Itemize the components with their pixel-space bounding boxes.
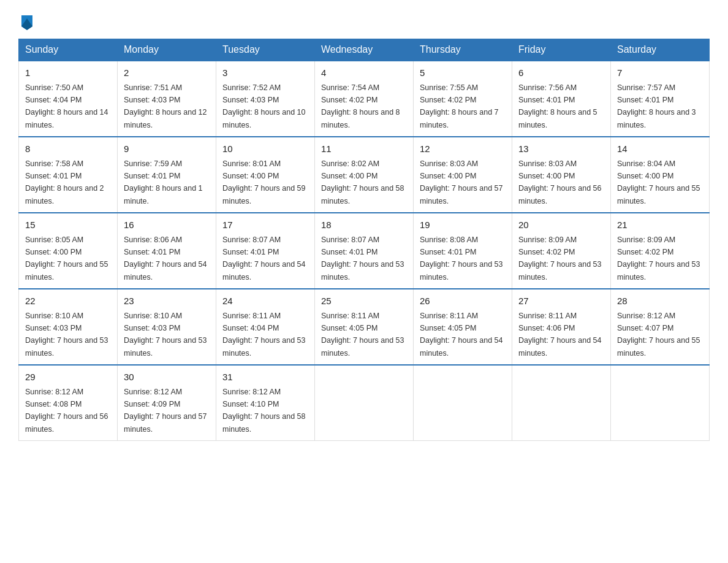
calendar-day-cell: 4Sunrise: 7:54 AMSunset: 4:02 PMDaylight… xyxy=(315,61,414,137)
day-info: Sunrise: 8:12 AMSunset: 4:09 PMDaylight:… xyxy=(124,388,207,434)
day-number: 22 xyxy=(25,294,111,308)
calendar-day-header: Thursday xyxy=(414,39,512,61)
day-number: 26 xyxy=(420,294,506,308)
page-header xyxy=(18,12,710,33)
day-number: 27 xyxy=(518,294,604,308)
day-number: 30 xyxy=(124,370,210,385)
calendar-day-cell: 15Sunrise: 8:05 AMSunset: 4:00 PMDayligh… xyxy=(19,213,118,289)
calendar-week-row: 15Sunrise: 8:05 AMSunset: 4:00 PMDayligh… xyxy=(19,213,710,289)
calendar-day-cell: 1Sunrise: 7:50 AMSunset: 4:04 PMDaylight… xyxy=(19,61,118,137)
day-info: Sunrise: 8:06 AMSunset: 4:01 PMDaylight:… xyxy=(124,236,207,282)
calendar-week-row: 22Sunrise: 8:10 AMSunset: 4:03 PMDayligh… xyxy=(19,289,710,365)
day-number: 23 xyxy=(124,294,210,308)
day-info: Sunrise: 8:02 AMSunset: 4:00 PMDaylight:… xyxy=(321,159,404,205)
day-number: 20 xyxy=(518,218,604,232)
day-info: Sunrise: 7:56 AMSunset: 4:01 PMDaylight:… xyxy=(518,83,597,129)
day-info: Sunrise: 7:58 AMSunset: 4:01 PMDaylight:… xyxy=(25,159,104,205)
day-info: Sunrise: 8:01 AMSunset: 4:00 PMDaylight:… xyxy=(222,159,306,205)
day-info: Sunrise: 7:55 AMSunset: 4:02 PMDaylight:… xyxy=(420,83,499,129)
calendar-day-cell: 29Sunrise: 8:12 AMSunset: 4:08 PMDayligh… xyxy=(19,365,118,441)
logo xyxy=(18,12,34,33)
calendar-day-cell: 18Sunrise: 8:07 AMSunset: 4:01 PMDayligh… xyxy=(315,213,414,289)
day-number: 6 xyxy=(518,66,604,80)
calendar-day-cell xyxy=(414,365,512,441)
day-info: Sunrise: 8:11 AMSunset: 4:06 PMDaylight:… xyxy=(518,312,602,358)
calendar-day-cell: 20Sunrise: 8:09 AMSunset: 4:02 PMDayligh… xyxy=(512,213,611,289)
day-number: 5 xyxy=(420,66,506,80)
day-info: Sunrise: 8:11 AMSunset: 4:05 PMDaylight:… xyxy=(420,312,503,358)
day-number: 8 xyxy=(25,142,111,156)
calendar-day-cell: 31Sunrise: 8:12 AMSunset: 4:10 PMDayligh… xyxy=(216,365,315,441)
calendar-day-cell: 26Sunrise: 8:11 AMSunset: 4:05 PMDayligh… xyxy=(414,289,512,365)
day-info: Sunrise: 8:04 AMSunset: 4:00 PMDaylight:… xyxy=(617,159,700,205)
day-number: 28 xyxy=(617,294,703,308)
calendar-week-row: 29Sunrise: 8:12 AMSunset: 4:08 PMDayligh… xyxy=(19,365,710,441)
day-number: 14 xyxy=(617,142,703,156)
calendar-day-cell: 13Sunrise: 8:03 AMSunset: 4:00 PMDayligh… xyxy=(512,137,611,213)
calendar-header-row: SundayMondayTuesdayWednesdayThursdayFrid… xyxy=(19,39,710,61)
calendar-table: SundayMondayTuesdayWednesdayThursdayFrid… xyxy=(18,39,710,441)
day-number: 11 xyxy=(321,142,407,156)
day-number: 24 xyxy=(222,294,308,308)
calendar-day-cell: 24Sunrise: 8:11 AMSunset: 4:04 PMDayligh… xyxy=(216,289,315,365)
day-info: Sunrise: 7:54 AMSunset: 4:02 PMDaylight:… xyxy=(321,83,400,129)
day-info: Sunrise: 7:59 AMSunset: 4:01 PMDaylight:… xyxy=(124,159,203,205)
calendar-day-cell: 3Sunrise: 7:52 AMSunset: 4:03 PMDaylight… xyxy=(216,61,315,137)
day-info: Sunrise: 8:08 AMSunset: 4:01 PMDaylight:… xyxy=(420,236,503,282)
calendar-week-row: 8Sunrise: 7:58 AMSunset: 4:01 PMDaylight… xyxy=(19,137,710,213)
day-info: Sunrise: 8:11 AMSunset: 4:05 PMDaylight:… xyxy=(321,312,404,358)
calendar-day-cell: 30Sunrise: 8:12 AMSunset: 4:09 PMDayligh… xyxy=(118,365,216,441)
day-number: 12 xyxy=(420,142,506,156)
calendar-day-cell: 28Sunrise: 8:12 AMSunset: 4:07 PMDayligh… xyxy=(611,289,710,365)
calendar-day-cell: 11Sunrise: 8:02 AMSunset: 4:00 PMDayligh… xyxy=(315,137,414,213)
calendar-day-header: Friday xyxy=(512,39,611,61)
logo-arrow-icon xyxy=(20,15,34,33)
calendar-day-cell: 9Sunrise: 7:59 AMSunset: 4:01 PMDaylight… xyxy=(118,137,216,213)
day-info: Sunrise: 8:09 AMSunset: 4:02 PMDaylight:… xyxy=(518,236,602,282)
day-number: 4 xyxy=(321,66,407,80)
day-number: 25 xyxy=(321,294,407,308)
calendar-day-header: Sunday xyxy=(19,39,118,61)
day-number: 21 xyxy=(617,218,703,232)
calendar-day-cell: 27Sunrise: 8:11 AMSunset: 4:06 PMDayligh… xyxy=(512,289,611,365)
calendar-day-cell: 10Sunrise: 8:01 AMSunset: 4:00 PMDayligh… xyxy=(216,137,315,213)
day-number: 9 xyxy=(124,142,210,156)
calendar-day-cell: 5Sunrise: 7:55 AMSunset: 4:02 PMDaylight… xyxy=(414,61,512,137)
day-info: Sunrise: 8:07 AMSunset: 4:01 PMDaylight:… xyxy=(321,236,404,282)
day-info: Sunrise: 8:10 AMSunset: 4:03 PMDaylight:… xyxy=(25,312,108,358)
calendar-day-header: Monday xyxy=(118,39,216,61)
day-info: Sunrise: 8:05 AMSunset: 4:00 PMDaylight:… xyxy=(25,236,108,282)
calendar-day-cell xyxy=(315,365,414,441)
day-number: 3 xyxy=(222,66,308,80)
day-info: Sunrise: 8:10 AMSunset: 4:03 PMDaylight:… xyxy=(124,312,207,358)
day-number: 16 xyxy=(124,218,210,232)
calendar-day-cell xyxy=(611,365,710,441)
calendar-day-cell: 17Sunrise: 8:07 AMSunset: 4:01 PMDayligh… xyxy=(216,213,315,289)
day-info: Sunrise: 7:51 AMSunset: 4:03 PMDaylight:… xyxy=(124,83,207,129)
calendar-week-row: 1Sunrise: 7:50 AMSunset: 4:04 PMDaylight… xyxy=(19,61,710,137)
calendar-day-cell: 7Sunrise: 7:57 AMSunset: 4:01 PMDaylight… xyxy=(611,61,710,137)
calendar-day-cell: 12Sunrise: 8:03 AMSunset: 4:00 PMDayligh… xyxy=(414,137,512,213)
calendar-day-header: Tuesday xyxy=(216,39,315,61)
day-number: 19 xyxy=(420,218,506,232)
day-info: Sunrise: 8:03 AMSunset: 4:00 PMDaylight:… xyxy=(420,159,503,205)
day-number: 13 xyxy=(518,142,604,156)
calendar-day-cell: 16Sunrise: 8:06 AMSunset: 4:01 PMDayligh… xyxy=(118,213,216,289)
day-info: Sunrise: 7:52 AMSunset: 4:03 PMDaylight:… xyxy=(222,83,306,129)
calendar-day-cell: 2Sunrise: 7:51 AMSunset: 4:03 PMDaylight… xyxy=(118,61,216,137)
calendar-day-cell: 8Sunrise: 7:58 AMSunset: 4:01 PMDaylight… xyxy=(19,137,118,213)
day-info: Sunrise: 7:57 AMSunset: 4:01 PMDaylight:… xyxy=(617,83,696,129)
calendar-day-cell: 14Sunrise: 8:04 AMSunset: 4:00 PMDayligh… xyxy=(611,137,710,213)
calendar-day-header: Saturday xyxy=(611,39,710,61)
calendar-day-cell: 6Sunrise: 7:56 AMSunset: 4:01 PMDaylight… xyxy=(512,61,611,137)
day-number: 17 xyxy=(222,218,308,232)
day-number: 7 xyxy=(617,66,703,80)
day-info: Sunrise: 8:03 AMSunset: 4:00 PMDaylight:… xyxy=(518,159,602,205)
day-number: 1 xyxy=(25,66,111,80)
day-number: 29 xyxy=(25,370,111,385)
day-info: Sunrise: 7:50 AMSunset: 4:04 PMDaylight:… xyxy=(25,83,108,129)
day-number: 15 xyxy=(25,218,111,232)
calendar-day-cell: 21Sunrise: 8:09 AMSunset: 4:02 PMDayligh… xyxy=(611,213,710,289)
calendar-day-cell: 25Sunrise: 8:11 AMSunset: 4:05 PMDayligh… xyxy=(315,289,414,365)
day-info: Sunrise: 8:11 AMSunset: 4:04 PMDaylight:… xyxy=(222,312,306,358)
